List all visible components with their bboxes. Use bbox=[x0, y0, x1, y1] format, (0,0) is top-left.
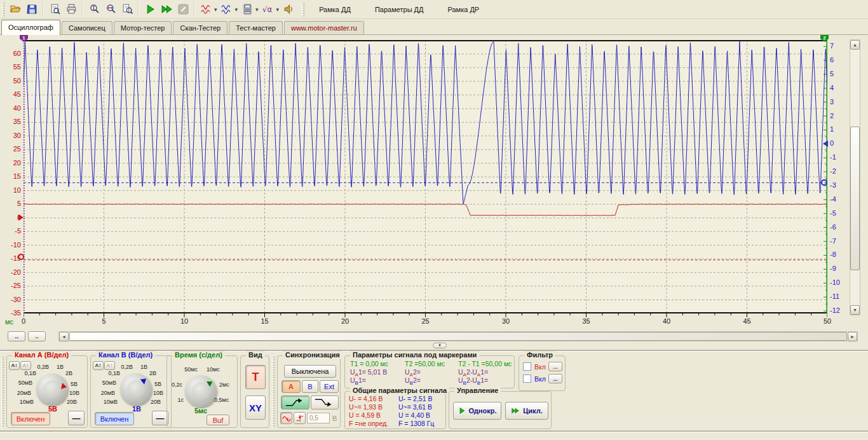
vertical-scrollbar[interactable]: ▲ ▼ bbox=[850, 39, 860, 315]
tab-самописец[interactable]: Самописец bbox=[62, 21, 112, 34]
panel-grip-mid[interactable] bbox=[272, 357, 275, 428]
filter-title: Фильтр bbox=[524, 351, 555, 359]
run-cycle-button[interactable] bbox=[159, 2, 174, 17]
calculator-dropdown-arrow-icon[interactable]: ▾ bbox=[255, 6, 259, 13]
channel-a-trigger-level-marker[interactable] bbox=[18, 254, 24, 260]
channel-a-gain-knob[interactable] bbox=[36, 373, 68, 405]
sync-mode-wave-button[interactable] bbox=[280, 412, 292, 424]
tab-скан-тестер[interactable]: Скан-Тестер bbox=[173, 21, 227, 34]
voltage-text: 1= bbox=[480, 368, 488, 376]
general-param-value: U = 4,40 В bbox=[398, 411, 430, 419]
toolbar-text-button-1[interactable]: Параметры ДД bbox=[368, 3, 431, 17]
channel-b-gain-knob[interactable] bbox=[120, 373, 152, 405]
zoom-horizontal-button[interactable] bbox=[103, 2, 118, 17]
vertical-scrollbar-thumb[interactable] bbox=[850, 127, 860, 270]
run-control-title: Управление bbox=[454, 387, 501, 394]
left-axis-tick-label: 5 bbox=[3, 200, 21, 207]
knob-scale-label: 50мВ bbox=[18, 380, 32, 386]
sync-level-input[interactable] bbox=[307, 413, 330, 423]
left-axis-tick-label: 55 bbox=[3, 63, 21, 71]
toolbar-grip2[interactable] bbox=[302, 3, 305, 17]
horizontal-scrollbar[interactable]: ◄ ► bbox=[58, 331, 858, 341]
wave-blue-icon: + bbox=[221, 4, 232, 15]
marker-b-button[interactable]: .. bbox=[8, 331, 25, 341]
channel-a-autorange-button[interactable]: А↕ bbox=[9, 361, 20, 370]
right-axis-tick-label: -5 bbox=[830, 209, 849, 217]
channel-b-autorange-button[interactable]: А↕ bbox=[93, 361, 104, 370]
channel-a-menu-button[interactable]: + bbox=[198, 2, 214, 17]
svg-text:+: + bbox=[204, 6, 207, 12]
knob-scale-label: 20В bbox=[151, 399, 161, 405]
filter-enable-checkbox-1[interactable] bbox=[523, 375, 531, 383]
toolbar-text-button-0[interactable]: Рамка ДД bbox=[312, 3, 358, 17]
horizontal-scrollbar-thumb[interactable] bbox=[69, 332, 847, 341]
sync-source-ext-button[interactable]: Ext bbox=[320, 380, 339, 393]
right-axis-tick-label: -8 bbox=[830, 251, 849, 258]
channel-b-menu-dropdown-arrow-icon[interactable]: ▾ bbox=[235, 6, 238, 13]
toolbar-text-buttons: Рамка ДДПараметры ДДРамка ДР bbox=[307, 3, 491, 17]
sync-rising-edge-button[interactable] bbox=[281, 395, 309, 409]
sound-button[interactable] bbox=[281, 2, 296, 17]
channel-b-level-marker[interactable] bbox=[821, 179, 827, 186]
marker-a-button[interactable]: .. bbox=[28, 331, 46, 341]
channel-b-menu-button[interactable]: + bbox=[219, 2, 234, 17]
tab-осциллограф[interactable]: Осциллограф bbox=[1, 20, 60, 35]
toolbar-text-button-2[interactable]: Рамка ДР bbox=[441, 3, 487, 17]
zoom-vertical-button[interactable] bbox=[86, 2, 102, 17]
print-button[interactable] bbox=[64, 2, 79, 17]
knob-scale-label: 2мс bbox=[219, 382, 229, 388]
print-preview-button[interactable] bbox=[47, 2, 62, 17]
voltage-text: 2= bbox=[413, 368, 421, 376]
sync-mode-level-button[interactable] bbox=[294, 412, 306, 424]
channel-a-minimize-button[interactable]: — bbox=[68, 411, 85, 425]
run-once-button[interactable]: Однокр. bbox=[453, 402, 501, 420]
sync-source-b-button[interactable]: В bbox=[302, 380, 318, 393]
calculator-button[interactable] bbox=[240, 2, 255, 17]
zoom-page-icon bbox=[122, 4, 133, 15]
math-functions-dropdown-arrow-icon[interactable]: ▾ bbox=[276, 6, 280, 13]
zoom-page-button[interactable] bbox=[119, 2, 135, 17]
open-button[interactable] bbox=[8, 2, 23, 17]
voltage-text: U bbox=[350, 376, 355, 384]
channel-a-zero-marker[interactable] bbox=[18, 214, 24, 221]
tab-мотор-тестер[interactable]: Мотор-тестер bbox=[114, 21, 172, 34]
timebase-knob[interactable] bbox=[185, 375, 217, 407]
stop-button[interactable] bbox=[175, 2, 191, 17]
sync-off-button[interactable]: Выключена bbox=[284, 365, 336, 378]
run-once-button[interactable] bbox=[142, 2, 158, 17]
knob-scale-label: 20мВ bbox=[17, 390, 31, 396]
view-title: Вид bbox=[246, 351, 265, 359]
view-t-button[interactable]: T bbox=[245, 365, 266, 389]
voltage-text: 1= bbox=[480, 376, 488, 384]
channel-a-autorange2-button[interactable]: А↕ bbox=[20, 361, 31, 370]
scroll-right-button[interactable]: ► bbox=[848, 332, 857, 341]
channel-b-autorange2-button[interactable]: А↕ bbox=[104, 361, 115, 370]
channel-a-menu-dropdown-arrow-icon[interactable]: ▾ bbox=[214, 6, 217, 13]
scroll-left-button[interactable]: ◄ bbox=[59, 332, 69, 341]
run-cycle-button[interactable]: Цикл. bbox=[505, 402, 548, 420]
filter-settings-button-0[interactable]: ... bbox=[548, 362, 562, 371]
toolbar-grip[interactable] bbox=[2, 3, 5, 17]
view-xy-button[interactable]: XY bbox=[245, 395, 266, 420]
save-button[interactable] bbox=[24, 2, 39, 17]
scroll-up-button[interactable]: ▲ bbox=[850, 40, 860, 50]
panel-grip-left[interactable] bbox=[1, 357, 4, 428]
filter-enable-checkbox-0[interactable] bbox=[523, 362, 531, 371]
sync-falling-edge-button[interactable] bbox=[311, 395, 339, 409]
sync-source-a-button[interactable]: А bbox=[281, 380, 301, 393]
left-axis-tick-label: 60 bbox=[3, 50, 21, 57]
speaker-icon bbox=[283, 4, 294, 15]
channel-b-zero-marker[interactable] bbox=[823, 141, 828, 147]
run-cycle-label: Цикл. bbox=[523, 407, 542, 415]
zoom-vertical-icon bbox=[89, 4, 100, 15]
channel-a-power-button[interactable]: Включен bbox=[11, 412, 50, 425]
channel-b-power-button[interactable]: Включен bbox=[95, 412, 134, 425]
math-functions-button[interactable]: √α bbox=[261, 2, 276, 17]
tab-тест-мастер[interactable]: Тест-мастер bbox=[229, 21, 283, 34]
scroll-down-button[interactable]: ▼ bbox=[850, 305, 860, 315]
tab-www.motor-master.ru[interactable]: www.motor-master.ru bbox=[284, 21, 364, 34]
collapse-panel-button[interactable]: ▼ bbox=[433, 343, 447, 348]
buffer-button[interactable]: Buf bbox=[207, 415, 229, 425]
filter-settings-button-1[interactable]: ... bbox=[548, 374, 562, 383]
knob-scale-label: 5В bbox=[71, 381, 78, 387]
